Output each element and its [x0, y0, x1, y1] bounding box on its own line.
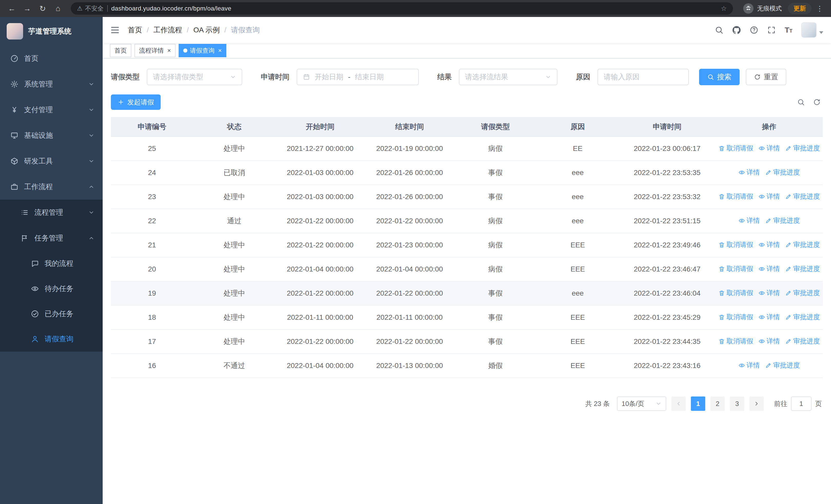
- detail-link[interactable]: 详情: [758, 313, 780, 322]
- fullscreen-icon[interactable]: [767, 26, 776, 34]
- tab-leave-query[interactable]: 请假查询 ×: [179, 44, 226, 57]
- security-warning[interactable]: ⚠ 不安全: [77, 4, 104, 12]
- reason-input[interactable]: [598, 69, 689, 85]
- detail-link[interactable]: 详情: [738, 168, 760, 177]
- start-date-placeholder: 开始日期: [315, 72, 343, 82]
- sidebar-item-leave-query[interactable]: 请假查询: [0, 326, 103, 352]
- table-row[interactable]: 20 处理中 2022-01-04 00:00:00 2022-01-04 00…: [111, 257, 823, 281]
- detail-link[interactable]: 详情: [738, 216, 760, 225]
- view-icon: [758, 290, 765, 296]
- cancel-leave-link[interactable]: 取消请假: [718, 144, 753, 153]
- detail-link[interactable]: 详情: [758, 240, 780, 249]
- cancel-leave-link[interactable]: 取消请假: [718, 192, 753, 201]
- leave-type-select[interactable]: 请选择请假类型: [147, 69, 242, 85]
- table-row[interactable]: 22 通过 2022-01-22 00:00:00 2022-01-22 00:…: [111, 209, 823, 233]
- cancel-leave-link[interactable]: 取消请假: [718, 289, 753, 297]
- progress-link[interactable]: 审批进度: [785, 313, 820, 322]
- tab-home[interactable]: 首页: [110, 44, 132, 57]
- detail-link[interactable]: 详情: [758, 264, 780, 273]
- breadcrumb-oa-example[interactable]: OA 示例: [194, 25, 220, 35]
- cell-leave-type: 事假: [454, 305, 537, 329]
- progress-link[interactable]: 审批进度: [785, 264, 820, 273]
- progress-link[interactable]: 审批进度: [785, 240, 820, 249]
- table-row[interactable]: 18 处理中 2022-01-11 00:00:00 2022-01-11 00…: [111, 305, 823, 329]
- next-page-button[interactable]: [749, 396, 764, 411]
- table-row[interactable]: 19 处理中 2022-01-22 00:00:00 2022-01-22 00…: [111, 281, 823, 305]
- refresh-icon[interactable]: [813, 98, 821, 106]
- progress-link[interactable]: 审批进度: [785, 144, 820, 153]
- prev-page-button[interactable]: [671, 396, 686, 411]
- user-menu[interactable]: [801, 22, 823, 38]
- progress-link[interactable]: 审批进度: [765, 216, 800, 225]
- detail-link[interactable]: 详情: [738, 361, 760, 370]
- page-button-2[interactable]: 2: [710, 396, 725, 411]
- breadcrumb-home[interactable]: 首页: [128, 25, 142, 35]
- bookmark-star-icon[interactable]: ☆: [721, 5, 727, 12]
- edit-icon: [785, 314, 792, 321]
- result-select[interactable]: 请选择流结果: [459, 69, 557, 85]
- detail-link[interactable]: 详情: [758, 289, 780, 297]
- browser-update-button[interactable]: 更新: [788, 3, 811, 14]
- table-row[interactable]: 23 处理中 2022-01-03 00:00:00 2022-01-26 00…: [111, 185, 823, 209]
- sidebar-item-workflow[interactable]: 工作流程: [0, 174, 103, 200]
- github-icon[interactable]: [732, 26, 741, 34]
- browser-forward-button[interactable]: →: [21, 2, 34, 15]
- page-button-1[interactable]: 1: [691, 396, 705, 411]
- table-row[interactable]: 24 已取消 2022-01-03 00:00:00 2022-01-26 00…: [111, 161, 823, 185]
- create-leave-button[interactable]: 发起请假: [111, 94, 161, 110]
- cell-start-time: 2022-01-11 00:00:00: [276, 305, 365, 329]
- search-icon[interactable]: [715, 26, 723, 34]
- help-icon[interactable]: [750, 26, 758, 34]
- edit-icon: [785, 241, 792, 248]
- browser-menu-icon[interactable]: ⋮: [813, 4, 826, 13]
- sidebar-item-my-processes[interactable]: 我的流程: [0, 251, 103, 276]
- sidebar-item-payment[interactable]: 支付管理: [0, 97, 103, 123]
- close-icon[interactable]: ×: [167, 48, 171, 54]
- leave-type-label: 请假类型: [111, 72, 140, 82]
- reset-button[interactable]: 重置: [746, 69, 786, 85]
- sidebar-item-done-tasks[interactable]: 已办任务: [0, 301, 103, 326]
- sidebar-item-home[interactable]: 首页: [0, 46, 103, 71]
- progress-link[interactable]: 审批进度: [785, 289, 820, 297]
- sidebar-item-system[interactable]: 系统管理: [0, 71, 103, 97]
- progress-link[interactable]: 审批进度: [785, 337, 820, 346]
- sidebar-item-task-management[interactable]: 任务管理: [0, 225, 103, 251]
- table-row[interactable]: 16 不通过 2022-01-04 00:00:00 2022-01-13 00…: [111, 354, 823, 378]
- toggle-search-icon[interactable]: [797, 98, 805, 106]
- breadcrumb-workflow[interactable]: 工作流程: [153, 25, 182, 35]
- font-size-icon[interactable]: TT: [784, 26, 793, 34]
- cancel-leave-link[interactable]: 取消请假: [718, 313, 753, 322]
- cancel-leave-link[interactable]: 取消请假: [718, 240, 753, 249]
- progress-link[interactable]: 审批进度: [785, 192, 820, 201]
- goto-page-input[interactable]: [791, 396, 811, 411]
- app-logo[interactable]: 芋道管理系统: [0, 17, 103, 46]
- tab-process-detail[interactable]: 流程详情 ×: [135, 44, 175, 57]
- browser-home-button[interactable]: ⌂: [51, 2, 65, 15]
- table-row[interactable]: 25 处理中 2021-12-27 00:00:00 2022-01-19 00…: [111, 137, 823, 161]
- sidebar-item-todo-tasks[interactable]: 待办任务: [0, 276, 103, 301]
- detail-link[interactable]: 详情: [758, 144, 780, 153]
- sidebar-item-devtools[interactable]: 研发工具: [0, 148, 103, 174]
- browser-back-button[interactable]: ←: [5, 2, 19, 15]
- page-size-select[interactable]: 10条/页: [617, 396, 666, 411]
- view-icon: [758, 314, 765, 321]
- sidebar-item-infrastructure[interactable]: 基础设施: [0, 123, 103, 148]
- progress-link[interactable]: 审批进度: [765, 168, 800, 177]
- close-icon[interactable]: ×: [218, 48, 222, 54]
- table-row[interactable]: 21 处理中 2022-01-22 00:00:00 2022-01-23 00…: [111, 233, 823, 257]
- col-reason: 原因: [537, 117, 619, 137]
- cancel-leave-link[interactable]: 取消请假: [718, 264, 753, 273]
- browser-reload-button[interactable]: ↻: [36, 2, 49, 15]
- address-bar[interactable]: ⚠ 不安全 dashboard.yudao.iocoder.cn/bpm/oa/…: [71, 2, 733, 14]
- detail-link[interactable]: 详情: [758, 337, 780, 346]
- sidebar-toggle-icon[interactable]: [110, 25, 120, 35]
- table-row[interactable]: 17 处理中 2022-01-22 00:00:00 2022-01-22 00…: [111, 329, 823, 354]
- cancel-leave-link[interactable]: 取消请假: [718, 337, 753, 346]
- search-button[interactable]: 搜索: [699, 69, 740, 85]
- page-button-3[interactable]: 3: [730, 396, 744, 411]
- progress-link[interactable]: 审批进度: [765, 361, 800, 370]
- sidebar-item-process-management[interactable]: 流程管理: [0, 200, 103, 225]
- url-text[interactable]: dashboard.yudao.iocoder.cn/bpm/oa/leave: [111, 5, 717, 12]
- date-range-picker[interactable]: 开始日期 - 结束日期: [297, 69, 419, 85]
- detail-link[interactable]: 详情: [758, 192, 780, 201]
